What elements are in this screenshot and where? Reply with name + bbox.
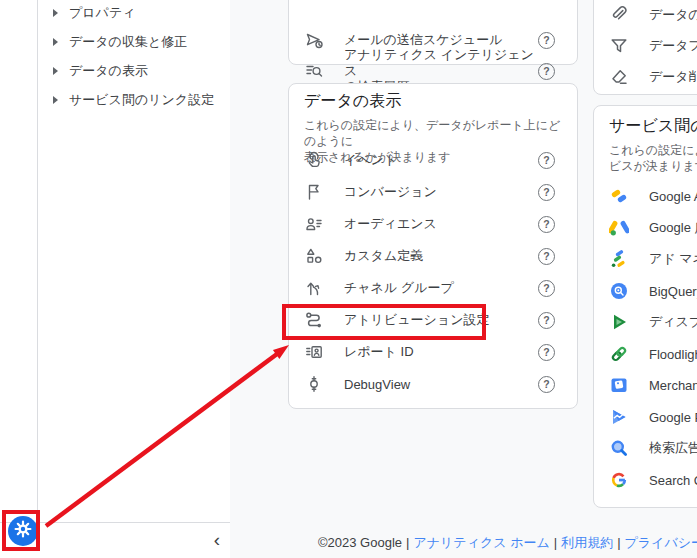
debug-view-icon [304,374,324,394]
footer-separator: | [613,535,624,550]
service-item-search-console[interactable]: Search C [594,464,697,496]
search-ads-icon [609,438,629,458]
sidebar-item-data-collection[interactable]: データの収集と修正 [38,29,230,55]
label-line-1: アナリティクス インテリジェンス [344,47,538,79]
setting-item-data-import[interactable]: データの [594,0,697,31]
setting-item-attribution-settings[interactable]: アトリビューション設定 ? [289,304,577,336]
setting-item-label: レポート ID [344,343,414,361]
service-item-label: Google P [649,410,697,425]
setting-item-label: データの [649,6,697,24]
service-item-adsense[interactable]: Google A [594,180,697,212]
setting-item-label: アトリビューション設定 [344,311,489,329]
email-settings-card: メールの送信スケジュール ? アナリティクス インテリジェンス の検索履歴 ? [288,0,578,65]
sidebar-item-data-display[interactable]: データの表示 [38,58,230,84]
service-item-ad-manager[interactable]: アド マネ [594,243,697,275]
footer-separator: | [402,535,413,550]
setting-item-channel-groups[interactable]: チャネル グループ ? [289,272,577,304]
ga-admin-screen: プロパティ データの収集と修正 データの表示 サービス間のリンク設定 メールの送 [0,0,697,558]
gear-icon [13,519,33,543]
admin-side-nav: プロパティ データの収集と修正 データの表示 サービス間のリンク設定 [38,0,230,522]
audience-icon [304,214,324,234]
flag-icon [304,182,324,202]
help-icon[interactable]: ? [538,216,555,233]
footer-link-privacy[interactable]: プライバシー ポリシー [625,535,697,550]
eraser-icon [609,67,629,87]
help-icon[interactable]: ? [538,152,555,169]
sidebar-item-label: データの表示 [69,62,148,80]
sidebar-item-label: データの収集と修正 [69,33,187,51]
custom-definitions-icon [304,246,324,266]
google-play-icon [609,407,629,427]
setting-item-label: イベント [344,151,397,169]
service-item-merchant-center[interactable]: Merchan [594,369,697,401]
service-item-search-ads-360[interactable]: 検索広告 [594,432,697,464]
service-item-floodlight[interactable]: Floodligh [594,338,697,370]
merchant-center-icon [609,375,629,395]
desc-line-1: これらの設定により [609,142,697,158]
help-icon[interactable]: ? [538,280,555,297]
service-item-label: Google 広 [649,219,697,237]
data-display-card: データの表示 これらの設定により、データがレポート上にどのように 表示されるかが… [288,83,578,409]
service-item-label: ディスプ [649,313,697,331]
service-item-bigquery[interactable]: BigQuery [594,275,697,307]
setting-item-conversions[interactable]: コンバージョン ? [289,176,577,208]
google-ads-icon [609,218,629,238]
chevron-right-icon [53,96,58,104]
setting-item-audiences[interactable]: オーディエンス ? [289,208,577,240]
service-item-label: アド マネ [649,250,697,268]
footer-link-terms[interactable]: 利用規約 [561,535,613,550]
floodlight-icon [609,344,629,364]
dv360-icon [609,312,629,332]
service-item-label: Google A [649,189,697,204]
tap-icon [304,150,324,170]
service-item-dv360[interactable]: ディスプ [594,306,697,338]
admin-gear-button[interactable] [8,516,38,546]
card-title: サービス間のリ [609,115,697,137]
service-links-card: サービス間のリ これらの設定により ビスが決まります Google A [593,105,697,508]
ad-manager-icon [609,249,629,269]
report-id-icon [304,342,324,362]
setting-item-events[interactable]: イベント ? [289,144,577,176]
help-icon[interactable]: ? [538,248,555,265]
chevron-right-icon [53,67,58,75]
setting-item-label: オーディエンス [344,215,437,233]
service-item-label: BigQuery [649,284,697,299]
help-icon[interactable]: ? [538,344,555,361]
setting-item-label: チャネル グループ [344,279,454,297]
footer-link-analytics-home[interactable]: アナリティクス ホーム [413,535,549,550]
service-item-label: 検索広告 [649,439,697,457]
setting-item-custom-definitions[interactable]: カスタム定義 ? [289,240,577,272]
sidebar-item-property[interactable]: プロパティ [38,0,230,26]
adsense-icon [609,186,629,206]
search-console-icon [609,470,629,490]
footer: ©2023 Google|アナリティクス ホーム|利用規約|プライバシー ポリシ… [318,534,697,552]
card-title: データの表示 [304,90,569,112]
setting-item-label: DebugView [344,377,410,392]
setting-item-debugview[interactable]: DebugView ? [289,368,577,400]
setting-item-data-deletion[interactable]: データ削 [594,61,697,93]
collapse-nav-button[interactable]: ‹ [205,528,229,552]
bigquery-icon [609,281,629,301]
attribution-icon [304,310,324,330]
setting-item-label: データ削 [649,68,697,86]
service-item-google-ads[interactable]: Google 広 [594,212,697,244]
setting-item-data-filter[interactable]: データフ [594,30,697,62]
data-collection-card: データの データフ データ削 [593,0,697,95]
setting-item-label: カスタム定義 [344,247,423,265]
copyright-text: ©2023 Google [318,535,402,550]
help-icon[interactable]: ? [538,63,555,80]
sidebar-item-service-links[interactable]: サービス間のリンク設定 [38,87,230,113]
service-item-label: Search C [649,473,697,488]
help-icon[interactable]: ? [538,32,555,49]
setting-item-report-id[interactable]: レポート ID ? [289,336,577,368]
channel-group-icon [304,278,324,298]
scheduled-send-icon [304,30,324,50]
sidebar-item-label: サービス間のリンク設定 [69,91,214,109]
chevron-right-icon [53,38,58,46]
service-item-google-play[interactable]: Google P [594,401,697,433]
setting-item-label: コンバージョン [344,183,437,201]
help-icon[interactable]: ? [538,184,555,201]
help-icon[interactable]: ? [538,312,555,329]
sidebar-item-label: プロパティ [69,4,136,22]
help-icon[interactable]: ? [538,376,555,393]
